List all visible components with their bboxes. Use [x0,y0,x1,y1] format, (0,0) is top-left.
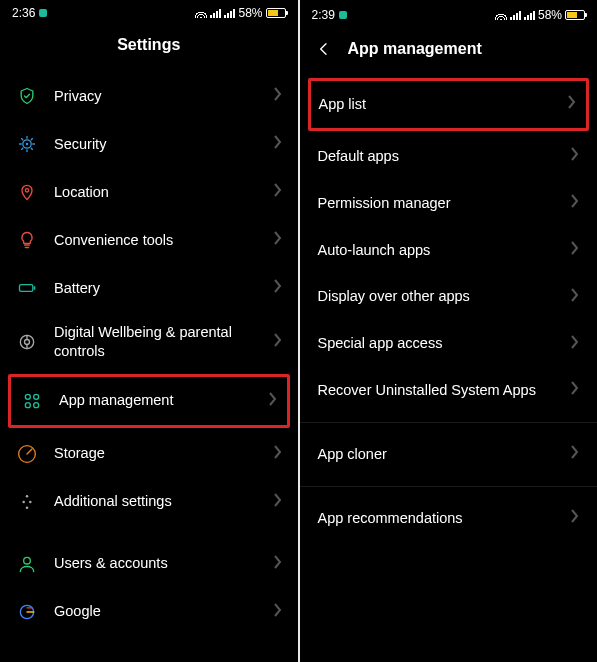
settings-item-wellbeing[interactable]: Digital Wellbeing & parental controls [0,312,298,372]
chevron-right-icon [571,509,579,527]
google-icon [14,602,40,622]
item-label: App cloner [318,445,572,464]
notification-dot-icon [39,9,47,17]
item-recover-apps[interactable]: Recover Uninstalled System Apps [300,367,598,414]
svg-point-12 [22,500,25,503]
wellbeing-icon [14,332,40,352]
item-app-list[interactable]: App list [311,81,587,128]
battery-percent: 58% [238,6,262,20]
settings-item-location[interactable]: Location [0,168,298,216]
item-display-over[interactable]: Display over other apps [300,273,598,320]
item-auto-launch[interactable]: Auto-launch apps [300,227,598,274]
back-button[interactable] [316,41,332,57]
battery-icon [565,10,585,20]
settings-item-google[interactable]: Google [0,588,298,636]
item-label: App list [319,95,569,114]
svg-point-6 [25,339,30,344]
chevron-right-icon [274,279,282,297]
item-label: Special app access [318,334,572,353]
settings-item-battery[interactable]: Battery [0,264,298,312]
status-bar: 2:39 58% [300,0,598,26]
settings-item-privacy[interactable]: Privacy [0,72,298,120]
item-label: App recommendations [318,509,572,528]
settings-item-label: Users & accounts [54,554,274,573]
item-app-recommendations[interactable]: App recommendations [300,495,598,542]
app-management-list: App list Default apps Permission manager… [300,76,598,662]
settings-list: Privacy Security Location Convenience to… [0,72,298,662]
settings-item-storage[interactable]: Storage [0,430,298,478]
svg-point-2 [25,189,28,192]
chevron-right-icon [568,95,576,113]
settings-item-users[interactable]: Users & accounts [0,540,298,588]
chevron-right-icon [571,445,579,463]
highlight-box: App management [8,374,290,428]
clock-time: 2:36 [12,6,35,20]
settings-item-additional[interactable]: Additional settings [0,478,298,526]
svg-point-10 [34,402,39,407]
settings-item-security[interactable]: Security [0,120,298,168]
svg-point-15 [24,557,31,564]
settings-item-label: Convenience tools [54,231,274,250]
svg-point-11 [26,495,29,498]
chevron-right-icon [571,288,579,306]
highlight-box: App list [308,78,590,131]
divider [300,422,598,423]
settings-item-software-update[interactable]: Software update [0,650,298,662]
chevron-right-icon [269,392,277,410]
location-icon [14,182,40,202]
chevron-right-icon [274,231,282,249]
svg-rect-4 [34,286,36,289]
storage-icon [14,444,40,464]
battery-percent: 58% [538,8,562,22]
item-label: Default apps [318,147,572,166]
chevron-right-icon [274,603,282,621]
chevron-right-icon [274,183,282,201]
settings-item-label: Google [54,602,274,621]
svg-point-13 [29,500,32,503]
settings-item-label: Location [54,183,274,202]
settings-item-label: Security [54,135,274,154]
item-label: Auto-launch apps [318,241,572,260]
item-default-apps[interactable]: Default apps [300,133,598,180]
item-special-access[interactable]: Special app access [300,320,598,367]
chevron-right-icon [571,381,579,399]
wifi-icon [195,8,207,18]
item-app-cloner[interactable]: App cloner [300,431,598,478]
chevron-right-icon [274,493,282,511]
chevron-right-icon [571,147,579,165]
chevron-right-icon [274,135,282,153]
clock-time: 2:39 [312,8,335,22]
divider [300,486,598,487]
bulb-icon [14,230,40,250]
more-icon [14,492,40,512]
chevron-right-icon [274,87,282,105]
settings-item-label: Battery [54,279,274,298]
svg-point-1 [26,143,29,146]
chevron-right-icon [571,194,579,212]
item-label: Display over other apps [318,287,572,306]
battery-icon [14,278,40,298]
settings-item-convenience[interactable]: Convenience tools [0,216,298,264]
item-label: Recover Uninstalled System Apps [318,381,572,400]
chevron-right-icon [274,555,282,573]
chevron-right-icon [274,333,282,351]
item-label: Permission manager [318,194,572,213]
apps-icon [19,391,45,411]
svg-point-14 [26,506,29,509]
signal-icon [524,10,535,20]
svg-point-9 [25,402,30,407]
wifi-icon [495,10,507,20]
chevron-right-icon [571,241,579,259]
app-management-screen: 2:39 58% App management App list Defa [300,0,598,662]
settings-item-label: Additional settings [54,492,274,511]
page-title: Settings [0,22,298,72]
settings-item-app-management[interactable]: App management [11,377,287,425]
security-icon [14,134,40,154]
settings-item-label: Digital Wellbeing & parental controls [54,323,274,361]
settings-item-label: Privacy [54,87,274,106]
svg-point-7 [25,394,30,399]
svg-rect-3 [20,285,33,292]
item-permission-manager[interactable]: Permission manager [300,180,598,227]
chevron-right-icon [571,335,579,353]
privacy-icon [14,86,40,106]
